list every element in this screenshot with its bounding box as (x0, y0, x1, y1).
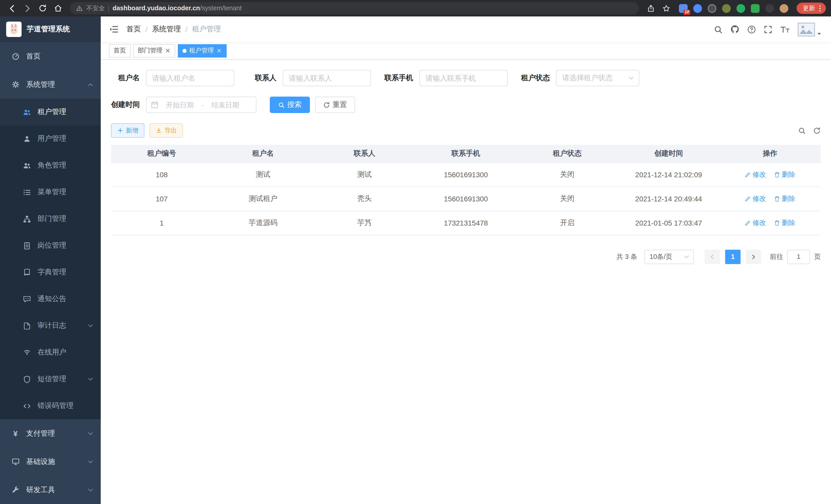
sidebar-item-dept[interactable]: 部门管理 (0, 206, 101, 232)
active-dot (182, 49, 187, 53)
user-menu[interactable] (798, 22, 822, 36)
tenant-table: 租户编号 租户名 联系人 联系手机 租户状态 创建时间 操作 108 测试 (111, 145, 821, 235)
sidebar-item-home[interactable]: 首页 (0, 42, 101, 70)
browser-menu-icon[interactable] (816, 4, 824, 12)
col-created: 创建时间 (618, 145, 719, 162)
back-icon[interactable] (5, 2, 19, 15)
extension-icon-5[interactable] (737, 4, 745, 12)
edit-link[interactable]: 修改 (745, 170, 766, 179)
export-button[interactable]: 导出 (149, 123, 183, 138)
next-page-button[interactable] (746, 249, 761, 264)
edit-link[interactable]: 修改 (745, 194, 766, 203)
sidebar-item-label: 支付管理 (26, 429, 55, 438)
extension-icon-4[interactable] (722, 4, 731, 12)
start-date-input[interactable] (161, 100, 198, 109)
sidebar-item-post[interactable]: 岗位管理 (0, 232, 101, 259)
sidebar-item-dev-tools[interactable]: 研发工具 (0, 476, 101, 504)
delete-link[interactable]: 删除 (774, 218, 795, 227)
tab-tenant[interactable]: 租户管理 (178, 44, 227, 57)
close-icon[interactable] (217, 48, 222, 53)
cell-status: 关闭 (516, 186, 618, 211)
search-icon[interactable] (714, 25, 722, 34)
sidebar-item-role[interactable]: 角色管理 (0, 152, 101, 179)
tab-label: 首页 (114, 46, 126, 55)
sidebar: 芋道管理系统 首页 系统管理 (0, 17, 101, 504)
cell-contact: 芋艿 (314, 211, 415, 235)
extension-icon-3[interactable] (708, 4, 716, 12)
table-refresh-icon[interactable] (813, 127, 821, 135)
sidebar-item-pay[interactable]: ¥ 支付管理 (0, 419, 101, 447)
sidebar-item-menu[interactable]: 菜单管理 (0, 179, 101, 206)
filter-row-2: 创建时间 - 搜 (111, 97, 821, 113)
sidebar-item-sms[interactable]: 短信管理 (0, 366, 101, 392)
sidebar-item-dict[interactable]: 字典管理 (0, 259, 101, 286)
extension-icon-7[interactable] (765, 4, 774, 12)
app-title: 芋道管理系统 (27, 25, 70, 34)
page-size-select[interactable]: 10条/页 (644, 249, 694, 264)
sidebar-item-notice[interactable]: 通知公告 (0, 286, 101, 313)
table-search-icon[interactable] (798, 127, 806, 135)
end-date-input[interactable] (207, 100, 244, 109)
extensions-area: 10 (675, 4, 793, 12)
tenant-name-input[interactable] (146, 70, 234, 86)
reset-button[interactable]: 重置 (315, 97, 355, 113)
delete-link[interactable]: 删除 (774, 194, 795, 203)
prev-page-button[interactable] (705, 249, 720, 264)
update-button[interactable]: 更新 (797, 3, 826, 14)
chevron-down-icon (87, 430, 93, 437)
breadcrumb-system[interactable]: 系统管理 (152, 25, 181, 34)
share-icon[interactable] (644, 2, 657, 15)
date-range-picker[interactable]: - (146, 97, 256, 113)
breadcrumb-current: 租户管理 (192, 25, 221, 34)
close-icon[interactable] (165, 48, 171, 53)
search-button[interactable]: 搜索 (270, 97, 310, 113)
phone-input[interactable] (419, 70, 508, 86)
extension-icon-2[interactable] (693, 4, 702, 12)
goto-page-input[interactable] (787, 249, 810, 264)
contact-label: 联系人 (248, 73, 277, 83)
sidebar-collapse-icon[interactable] (109, 25, 118, 34)
sidebar-item-label: 角色管理 (37, 161, 66, 170)
sidebar-item-audit-log[interactable]: 审计日志 (0, 313, 101, 339)
page-size-value: 10条/页 (650, 252, 672, 261)
sidebar-item-error-code[interactable]: 错误码管理 (0, 392, 101, 419)
col-tenant-id: 租户编号 (111, 145, 212, 162)
add-button[interactable]: 新增 (111, 123, 144, 138)
browser-home-icon[interactable] (51, 2, 65, 15)
tab-dept[interactable]: 部门管理 (133, 44, 175, 57)
font-size-icon[interactable] (780, 25, 790, 34)
goto-suffix: 页 (814, 252, 821, 261)
breadcrumb-home[interactable]: 首页 (126, 25, 141, 34)
sidebar-logo[interactable]: 芋道管理系统 (0, 17, 101, 42)
status-select[interactable]: 请选择租户状态 (556, 70, 639, 86)
bookmark-star-icon[interactable] (659, 2, 673, 15)
sidebar-item-tenant[interactable]: 租户管理 (0, 99, 101, 125)
page-number-current[interactable]: 1 (725, 249, 741, 264)
reload-icon[interactable] (36, 2, 49, 15)
help-icon[interactable] (747, 25, 756, 34)
sidebar-item-online-user[interactable]: 在线用户 (0, 339, 101, 366)
sidebar-item-infra[interactable]: 基础设施 (0, 447, 101, 476)
fullscreen-icon[interactable] (764, 25, 772, 34)
tab-label: 租户管理 (189, 46, 214, 55)
github-icon[interactable] (730, 25, 740, 34)
tab-home[interactable]: 首页 (109, 44, 131, 57)
sidebar-item-label: 岗位管理 (37, 241, 66, 250)
address-bar[interactable]: 不安全 dashboard.yudao.iocoder.cn/system/te… (70, 2, 639, 14)
extension-icon-6[interactable] (751, 4, 760, 12)
sidebar-item-system[interactable]: 系统管理 (0, 70, 101, 99)
table-tools (798, 127, 821, 135)
sidebar-item-user[interactable]: 用户管理 (0, 125, 101, 152)
edit-label: 修改 (753, 194, 766, 203)
delete-link[interactable]: 删除 (774, 170, 795, 179)
forward-icon[interactable] (21, 2, 34, 15)
url-path: /system/tenant (200, 5, 242, 12)
code-icon (23, 402, 31, 410)
extension-icon-8[interactable] (780, 4, 789, 12)
col-status: 租户状态 (516, 145, 618, 162)
chevron-down-icon (87, 323, 93, 329)
chevron-down-icon (684, 254, 690, 260)
edit-link[interactable]: 修改 (745, 218, 766, 227)
contact-input[interactable] (283, 70, 371, 86)
extension-icon-1[interactable]: 10 (679, 4, 688, 12)
